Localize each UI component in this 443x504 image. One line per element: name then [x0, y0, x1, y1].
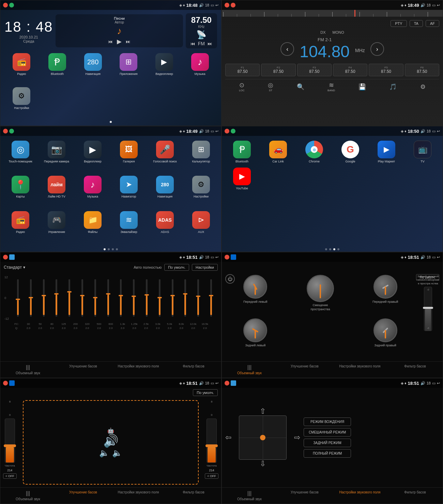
- field-position-dot[interactable]: [260, 435, 265, 440]
- app-playmarket[interactable]: ▶ Play Маркет: [369, 139, 404, 165]
- back-icon[interactable]: ↩: [215, 3, 218, 7]
- bass-off-btn-left[interactable]: < OFF: [3, 473, 17, 479]
- app-control[interactable]: 🎮 Управление: [39, 210, 74, 243]
- back-p2[interactable]: ↩: [437, 3, 440, 7]
- eq-bar-6[interactable]: [89, 276, 101, 320]
- tab-bass-boost[interactable]: Улучшение басов: [56, 363, 111, 376]
- app-videoplayer[interactable]: ▶ Видеоплеер: [147, 52, 182, 84]
- tab-bass-p7[interactable]: Улучшение басов: [56, 489, 111, 502]
- radio-mic-btn[interactable]: 🎵: [389, 83, 397, 91]
- eq-bar-9[interactable]: [128, 276, 140, 320]
- bass-off-btn-right[interactable]: < OFF: [205, 473, 218, 479]
- knob-rr[interactable]: [373, 318, 397, 342]
- preset-p2[interactable]: P2 87.50: [261, 64, 295, 76]
- app-videoplayer2[interactable]: ▶ Видеоплеер: [75, 139, 110, 173]
- app-music[interactable]: ♪ Музыка: [183, 52, 217, 84]
- app-settings2[interactable]: ⚙ Настройки: [184, 174, 218, 208]
- app-navigator[interactable]: ➤ Навигатор: [111, 174, 146, 208]
- eq-bar-8[interactable]: [115, 276, 127, 320]
- dot-p4-1[interactable]: [325, 248, 327, 250]
- app-touch-helper[interactable]: ◎ Touch-помощник: [3, 139, 38, 173]
- field-arrow-right[interactable]: ⇨: [294, 433, 300, 442]
- eq-bar-13[interactable]: [180, 276, 192, 320]
- eq-default-btn[interactable]: По умолч.: [164, 264, 189, 271]
- back-p3[interactable]: ↩: [215, 129, 218, 133]
- app-youtube[interactable]: ▶ YouTube: [225, 166, 259, 192]
- app-adas[interactable]: ADAS ADAS: [148, 210, 182, 243]
- knob-fl[interactable]: [243, 275, 267, 299]
- btn-min-p8[interactable]: [225, 381, 229, 385]
- preset-p3[interactable]: P3 87.50: [297, 64, 332, 76]
- bass-default-btn[interactable]: По умолч.: [193, 389, 218, 396]
- bass-v-slider-left[interactable]: [5, 419, 15, 463]
- tab-sound-field[interactable]: Настройки звукового поля: [111, 363, 166, 376]
- app-chrome[interactable]: ◎ Chrome: [297, 139, 332, 165]
- app-apps[interactable]: ⊞ Приложения: [111, 52, 146, 84]
- dot-p4-2[interactable]: [329, 248, 331, 250]
- field-arrow-up[interactable]: ⇧: [260, 407, 266, 416]
- app-bluetooth2[interactable]: Ᵽ Bluetooth: [225, 139, 259, 165]
- radio-band-btn[interactable]: ≋BAND: [327, 81, 335, 92]
- app-radio2[interactable]: 📻 Радио: [3, 210, 38, 243]
- btn-home-p3[interactable]: [9, 129, 14, 133]
- dot-p4-4[interactable]: [337, 248, 339, 250]
- btn-min-p4[interactable]: [225, 129, 229, 133]
- app-nav[interactable]: 280 Навигация: [76, 52, 110, 84]
- app-eq[interactable]: ≋ Эквалайзер: [111, 210, 146, 243]
- radio-next-btn[interactable]: ⏭: [208, 41, 212, 46]
- eq-settings-btn[interactable]: Настройки: [192, 264, 218, 271]
- radio-loc-btn[interactable]: ⊙LOC: [239, 81, 244, 92]
- tab-surround-p7[interactable]: ||| Объемный звук: [0, 489, 56, 502]
- app-files[interactable]: 📁 Файлы: [75, 210, 110, 243]
- app-calculator[interactable]: ⊞ Калькулятор: [184, 139, 218, 173]
- tab-field-p7[interactable]: Настройки звукового поля: [111, 489, 166, 502]
- preset-p5[interactable]: P5 87.50: [369, 64, 403, 76]
- app-front-camera[interactable]: 📷 Передняя камера: [39, 139, 74, 173]
- dot-p3-3[interactable]: [112, 248, 114, 250]
- tab-surround-p6[interactable]: ||| Объемный звук: [222, 363, 277, 376]
- ta-btn[interactable]: TA: [410, 20, 423, 27]
- dot-1[interactable]: [110, 121, 112, 123]
- eq-auto-btn[interactable]: Авто полностью: [134, 265, 162, 269]
- btn-min-p3[interactable]: [3, 129, 8, 133]
- radio-settings-btn[interactable]: ⚙: [420, 83, 426, 91]
- eq-bar-0[interactable]: [12, 276, 24, 320]
- btn-home-p4[interactable]: [231, 129, 235, 133]
- dot-p3-2[interactable]: [108, 248, 110, 250]
- app-maps[interactable]: 📍 Карты: [3, 174, 38, 208]
- preset-p4[interactable]: P4 87.50: [333, 64, 367, 76]
- btn-min-p7[interactable]: [3, 381, 8, 385]
- btn-min-p5[interactable]: [3, 255, 8, 259]
- tab-bass-p8[interactable]: Улучшение басов: [277, 489, 332, 502]
- app-settings[interactable]: ⚙ Настройки: [4, 86, 39, 119]
- tab-filter-p8[interactable]: Фильтр басов: [387, 489, 443, 502]
- eq-bar-15[interactable]: [205, 276, 217, 320]
- knob-rl[interactable]: [243, 318, 267, 342]
- btn-home[interactable]: [9, 3, 14, 7]
- tab-filter-p7[interactable]: Фильтр басов: [166, 489, 221, 502]
- app-aux[interactable]: ⊳ AUX: [184, 210, 218, 243]
- btn-min-p2[interactable]: [225, 3, 229, 7]
- dot-p4-3[interactable]: [333, 248, 335, 250]
- bass-v-slider-right[interactable]: [207, 419, 217, 463]
- radio-search-btn[interactable]: 🔍: [297, 83, 304, 91]
- back-p8[interactable]: ↩: [437, 381, 440, 385]
- tab-bass-filter[interactable]: Фильтр басов: [166, 363, 221, 376]
- app-music2[interactable]: ♪ Музыка: [75, 174, 110, 208]
- back-p6[interactable]: ↩: [437, 255, 440, 259]
- dot-p3-4[interactable]: [116, 248, 118, 250]
- app-carlink[interactable]: 🚗 Car Link: [261, 139, 295, 165]
- knob-fr[interactable]: [373, 275, 397, 299]
- tab-bass-p6[interactable]: Улучшение басов: [277, 363, 332, 376]
- music-next-btn[interactable]: ⏭: [126, 39, 131, 44]
- eq-bar-10[interactable]: [141, 276, 153, 320]
- app-gallery[interactable]: 🖼 Галерея: [111, 139, 146, 173]
- tab-field-p6[interactable]: Настройки звукового поля: [332, 363, 387, 376]
- radio-prev-station-btn[interactable]: ‹: [280, 42, 294, 56]
- tab-surround[interactable]: ||| Объемный звук: [0, 363, 56, 376]
- tab-filter-p6[interactable]: Фильтр басов: [387, 363, 443, 376]
- music-prev-btn[interactable]: ⏮: [108, 39, 113, 44]
- eq-bar-7[interactable]: [102, 276, 114, 320]
- mode-full-btn[interactable]: ПОЛНЫЙ РЕЖИМ: [304, 449, 351, 458]
- preset-p1[interactable]: P1 87.50: [225, 64, 260, 76]
